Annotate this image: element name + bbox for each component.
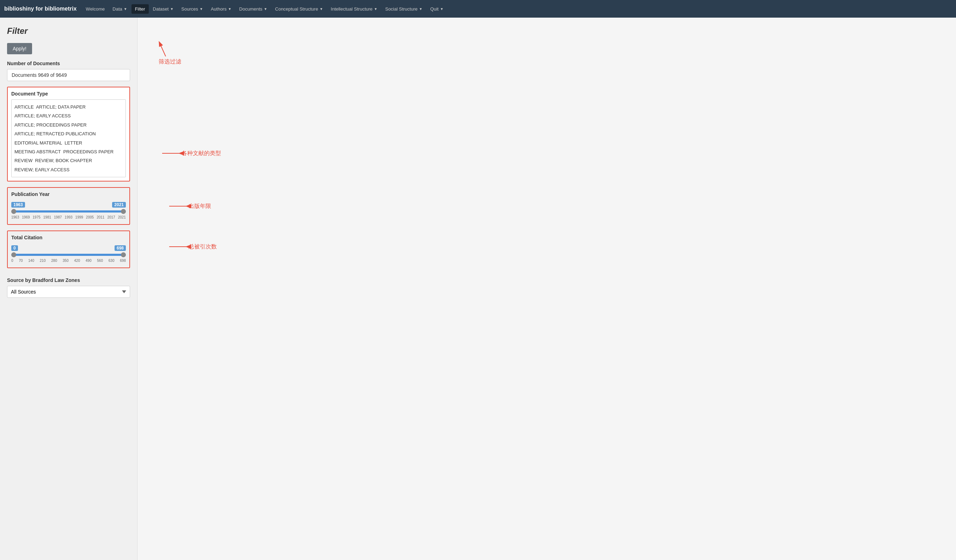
- annotation-filter: 筛选过滤: [159, 39, 229, 82]
- nav-conceptual[interactable]: Conceptual Structure▼: [271, 4, 326, 14]
- year-range-slider[interactable]: 1963 2021 1963 1969 1975 1981 1987 1993 …: [11, 201, 126, 221]
- list-item[interactable]: ARTICLE; RETRACTED PUBLICATION: [14, 129, 123, 138]
- apply-button[interactable]: Apply!: [7, 43, 32, 54]
- annotation-text-filter: 筛选过滤: [159, 58, 181, 66]
- bradford-section: Source by Bradford Law Zones All Sources…: [7, 274, 130, 301]
- nav-social[interactable]: Social Structure▼: [382, 4, 426, 14]
- nav-filter[interactable]: Filter: [132, 4, 149, 14]
- year-max-badge: 2021: [112, 202, 126, 207]
- list-item[interactable]: ARTICLE; PROCEEDINGS PAPER: [14, 121, 123, 129]
- nav-dataset[interactable]: Dataset▼: [149, 4, 177, 14]
- right-content: 筛选过滤 各种文献的类型: [137, 17, 956, 560]
- list-item[interactable]: ARTICLE ARTICLE; DATA PAPER: [14, 102, 123, 111]
- filter-panel: Filter Apply! Number of Documents Docume…: [0, 17, 137, 560]
- bradford-select[interactable]: All Sources Zone 1 Zone 2 Zone 3: [7, 286, 130, 298]
- chevron-down-icon: ▼: [170, 7, 173, 11]
- citation-slider-track[interactable]: [11, 254, 126, 256]
- annotation-citation: 总被引次数: [169, 242, 240, 264]
- nav-authors[interactable]: Authors▼: [207, 4, 235, 14]
- document-count-display: Documents 9649 of 9649: [7, 69, 130, 81]
- annotation-text-citation: 总被引次数: [189, 243, 217, 251]
- nav-welcome[interactable]: Welcome: [82, 4, 108, 14]
- citation-slider-left-handle[interactable]: [11, 253, 16, 257]
- citation-min-badge: 0: [11, 245, 18, 251]
- annotation-text-year: 出版年限: [189, 202, 211, 210]
- chevron-down-icon: ▼: [440, 7, 443, 11]
- publication-year-label: Publication Year: [11, 191, 126, 197]
- bradford-label: Source by Bradford Law Zones: [7, 278, 130, 283]
- total-citation-section: Total Citation 0 698 0 70 140 210 280 35…: [7, 231, 130, 268]
- document-type-section: Document Type ARTICLE ARTICLE; DATA PAPE…: [7, 87, 130, 182]
- citation-badges: 0 698: [11, 245, 126, 251]
- citation-slider-right-handle[interactable]: [121, 253, 126, 257]
- annotation-year: 出版年限: [169, 201, 240, 223]
- publication-year-section: Publication Year 1963 2021 1963 1969 197…: [7, 187, 130, 225]
- chevron-down-icon: ▼: [419, 7, 422, 11]
- list-item[interactable]: ARTICLE; EARLY ACCESS: [14, 111, 123, 120]
- navbar: biblioshiny for bibliometrix Welcome Dat…: [0, 0, 956, 17]
- citation-max-badge: 698: [115, 245, 126, 251]
- chevron-down-icon: ▼: [228, 7, 231, 11]
- brand: biblioshiny for bibliometrix: [4, 6, 77, 12]
- list-item[interactable]: REVIEW REVIEW; BOOK CHAPTER: [14, 156, 123, 165]
- citation-ticks: 0 70 140 210 280 350 420 490 560 630 698: [11, 259, 126, 262]
- list-item[interactable]: REVIEW; EARLY ACCESS: [14, 165, 123, 174]
- filter-title: Filter: [7, 26, 130, 36]
- document-type-list[interactable]: ARTICLE ARTICLE; DATA PAPER ARTICLE; EAR…: [11, 99, 126, 177]
- chevron-down-icon: ▼: [124, 7, 127, 11]
- year-slider-track[interactable]: [11, 210, 126, 212]
- chevron-down-icon: ▼: [264, 7, 267, 11]
- year-badges: 1963 2021: [11, 202, 126, 207]
- nav-data[interactable]: Data▼: [109, 4, 131, 14]
- nav-sources[interactable]: Sources▼: [178, 4, 207, 14]
- chevron-down-icon: ▼: [200, 7, 203, 11]
- main-content: Filter Apply! Number of Documents Docume…: [0, 17, 956, 560]
- year-slider-left-handle[interactable]: [11, 209, 16, 214]
- nav-menu: Welcome Data▼ Filter Dataset▼ Sources▼ A…: [82, 4, 447, 14]
- svg-line-0: [159, 42, 166, 56]
- year-min-badge: 1963: [11, 202, 25, 207]
- document-type-label: Document Type: [11, 91, 126, 97]
- total-citation-label: Total Citation: [11, 235, 126, 240]
- year-slider-right-handle[interactable]: [121, 209, 126, 214]
- chevron-down-icon: ▼: [319, 7, 323, 11]
- year-ticks: 1963 1969 1975 1981 1987 1993 1999 2005 …: [11, 215, 126, 219]
- nav-quit[interactable]: Quit▼: [426, 4, 447, 14]
- annotation-text-doctype: 各种文献的类型: [182, 150, 221, 157]
- citation-range-slider[interactable]: 0 698 0 70 140 210 280 350 420 490 560: [11, 244, 126, 264]
- chevron-down-icon: ▼: [374, 7, 377, 11]
- list-item[interactable]: EDITORIAL MATERIAL LETTER: [14, 138, 123, 147]
- annotation-doctype: 各种文献的类型: [162, 148, 233, 170]
- number-of-documents-label: Number of Documents: [7, 61, 130, 66]
- nav-documents[interactable]: Documents▼: [236, 4, 271, 14]
- nav-intellectual[interactable]: Intellectual Structure▼: [327, 4, 381, 14]
- list-item[interactable]: MEETING ABSTRACT PROCEEDINGS PAPER: [14, 147, 123, 156]
